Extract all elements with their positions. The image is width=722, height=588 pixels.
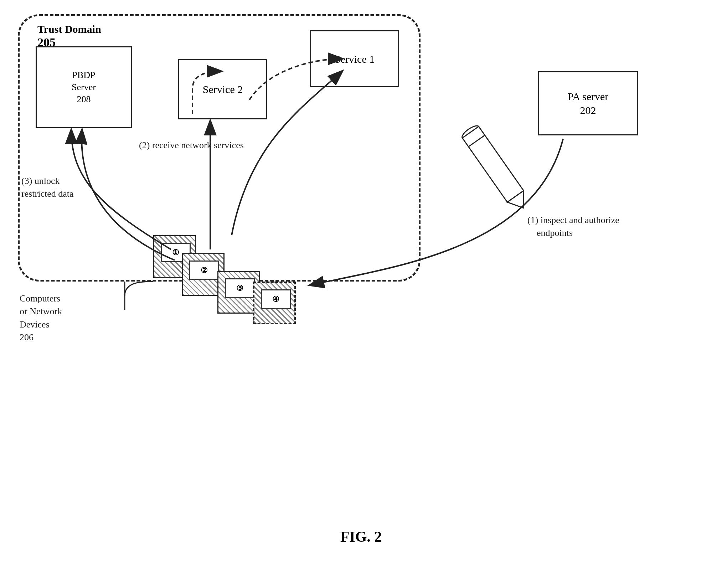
computer-screen-3: ③ — [225, 278, 255, 298]
svg-point-0 — [460, 124, 481, 141]
svg-marker-2 — [507, 191, 532, 214]
service2-box: Service 2 — [178, 59, 267, 119]
pbdp-server-box: PBDP Server 208 — [36, 46, 132, 128]
svg-rect-1 — [462, 127, 524, 202]
svg-line-3 — [469, 135, 485, 146]
step1-label: (1) inspect and authorize endpoints — [527, 214, 619, 240]
trust-domain-label: Trust Domain — [37, 23, 101, 35]
figure-caption: FIG. 2 — [340, 528, 382, 545]
diagram-container: Trust Domain 205 PBDP Server 208 Service… — [0, 0, 722, 588]
stylus-shape — [460, 124, 532, 214]
step2-label: (2) receive network services — [139, 139, 244, 152]
service1-box: Service 1 — [310, 30, 399, 87]
pa-server-box: PA server 202 — [538, 71, 638, 135]
computer-box-4: ④ — [253, 282, 296, 324]
computers-label: Computersor NetworkDevices206 — [20, 292, 62, 344]
computer-screen-4: ④ — [261, 289, 291, 309]
step3-label: (3) unlockrestricted data — [21, 175, 74, 201]
computer-screen-2: ② — [189, 261, 219, 280]
